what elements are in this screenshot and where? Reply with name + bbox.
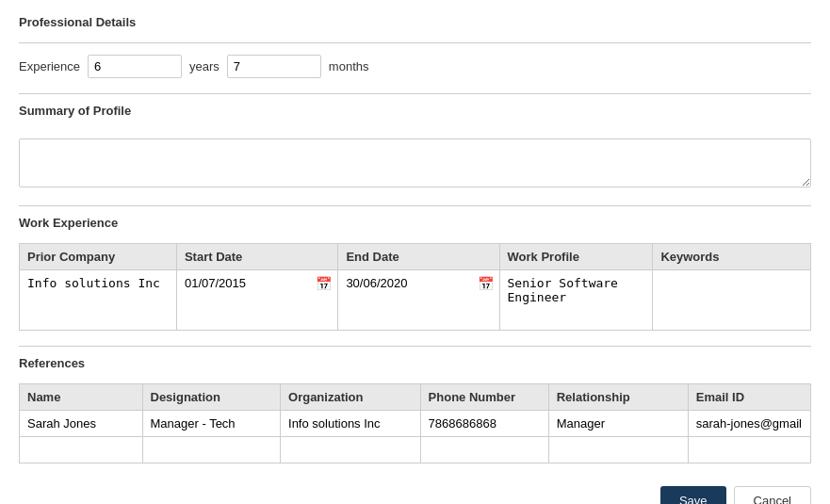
ref-relationship-cell-2 xyxy=(548,437,688,463)
save-button[interactable]: Save xyxy=(660,486,726,504)
col-prior-company: Prior Company xyxy=(20,244,177,270)
experience-label: Experience xyxy=(19,59,80,73)
work-profile-input[interactable]: Senior Software Engineer xyxy=(506,274,647,323)
summary-textarea[interactable] xyxy=(19,138,811,187)
keywords-cell xyxy=(653,270,811,331)
ref-phone-input[interactable] xyxy=(427,415,543,432)
col-end-date: End Date xyxy=(338,244,499,270)
ref-phone-cell-2 xyxy=(420,437,548,463)
end-date-cell: 📅 xyxy=(338,270,499,331)
ref-organization-cell xyxy=(281,411,421,437)
col-email: Email ID xyxy=(688,384,810,411)
work-experience-table: Prior Company Start Date End Date Work P… xyxy=(19,243,811,331)
table-row xyxy=(20,437,811,463)
prior-company-input[interactable]: Info solutions Inc xyxy=(25,274,171,323)
work-experience-section: Work Experience Prior Company Start Date… xyxy=(19,205,811,331)
ref-organization-input-2[interactable] xyxy=(286,441,415,459)
ref-name-cell-2 xyxy=(20,437,143,463)
col-relationship: Relationship xyxy=(548,384,688,411)
experience-months-input[interactable] xyxy=(227,55,321,78)
work-experience-title: Work Experience xyxy=(19,205,811,234)
start-date-cell: 📅 xyxy=(176,270,337,331)
start-date-input[interactable] xyxy=(183,274,312,292)
ref-designation-input[interactable] xyxy=(149,415,275,432)
col-name: Name xyxy=(20,384,143,411)
experience-years-input[interactable] xyxy=(88,55,182,78)
footer-buttons: Save Cancel xyxy=(19,479,811,504)
ref-name-cell xyxy=(20,411,143,437)
ref-relationship-input[interactable] xyxy=(555,415,682,432)
experience-row: Experience years months xyxy=(19,55,811,78)
summary-title: Summary of Profile xyxy=(19,93,811,122)
table-row xyxy=(20,411,811,437)
work-experience-header-row: Prior Company Start Date End Date Work P… xyxy=(20,244,811,270)
ref-email-input[interactable] xyxy=(694,415,805,432)
ref-organization-input[interactable] xyxy=(286,415,415,432)
ref-phone-cell xyxy=(420,411,548,437)
col-start-date: Start Date xyxy=(176,244,337,270)
ref-email-cell-2 xyxy=(688,437,810,463)
prior-company-cell: Info solutions Inc xyxy=(20,270,177,331)
ref-relationship-input-2[interactable] xyxy=(555,441,682,459)
references-title: References xyxy=(19,346,811,374)
keywords-input[interactable] xyxy=(659,274,805,323)
start-date-calendar-icon[interactable]: 📅 xyxy=(316,276,332,291)
years-label: years xyxy=(189,59,220,73)
professional-details-section: Professional Details Experience years mo… xyxy=(19,15,811,504)
ref-name-input-2[interactable] xyxy=(25,441,137,459)
col-designation: Designation xyxy=(142,384,281,411)
ref-phone-input-2[interactable] xyxy=(427,441,543,459)
references-section: References Name Designation Organization… xyxy=(19,346,811,463)
ref-organization-cell-2 xyxy=(281,437,421,463)
ref-name-input[interactable] xyxy=(25,415,137,432)
col-organization: Organization xyxy=(281,384,421,411)
col-keywords: Keywords xyxy=(653,244,811,270)
col-phone: Phone Number xyxy=(420,384,548,411)
end-date-input[interactable] xyxy=(344,274,473,292)
cancel-button[interactable]: Cancel xyxy=(734,486,811,504)
summary-section: Summary of Profile xyxy=(19,93,811,190)
professional-details-title: Professional Details xyxy=(19,15,811,33)
ref-designation-cell-2 xyxy=(142,437,281,463)
table-row: Info solutions Inc 📅 📅 xyxy=(20,270,811,331)
months-label: months xyxy=(329,59,369,73)
references-table: Name Designation Organization Phone Numb… xyxy=(19,383,811,463)
ref-relationship-cell xyxy=(548,411,688,437)
references-header-row: Name Designation Organization Phone Numb… xyxy=(20,384,811,411)
ref-email-cell xyxy=(688,411,810,437)
work-profile-cell: Senior Software Engineer xyxy=(499,270,653,331)
col-work-profile: Work Profile xyxy=(499,244,653,270)
ref-email-input-2[interactable] xyxy=(694,441,805,459)
end-date-calendar-icon[interactable]: 📅 xyxy=(478,276,494,291)
ref-designation-input-2[interactable] xyxy=(149,441,275,459)
ref-designation-cell xyxy=(142,411,281,437)
